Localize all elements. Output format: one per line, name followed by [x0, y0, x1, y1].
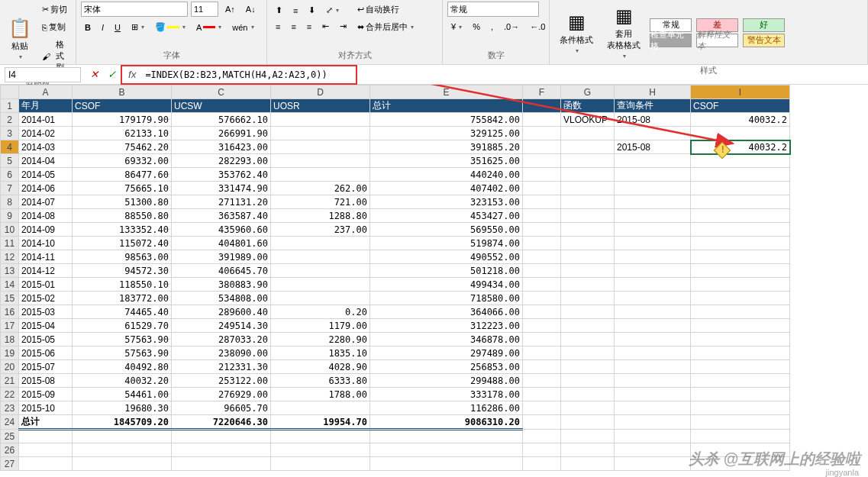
cell-A3[interactable]: 2014-02 [19, 127, 73, 140]
cell-I11[interactable] [691, 237, 790, 250]
col-header-G[interactable]: G [561, 85, 615, 99]
total-cell-D[interactable]: 19954.70 [271, 415, 370, 430]
cell-I22[interactable] [691, 388, 790, 401]
header-cell-B[interactable]: CSOF [73, 99, 172, 113]
cell-H24[interactable] [615, 415, 691, 430]
cell-D13[interactable] [271, 264, 370, 278]
cell-I7[interactable] [691, 182, 790, 195]
style-check[interactable]: 检查单元格 [650, 34, 692, 47]
row-header-2[interactable]: 2 [1, 113, 19, 127]
cell-G9[interactable] [561, 209, 615, 223]
cell-F27[interactable] [523, 457, 561, 471]
cell-H17[interactable] [615, 319, 691, 333]
cut-button[interactable]: ✂剪切 [38, 2, 71, 18]
cell-B27[interactable] [73, 457, 172, 471]
spreadsheet-grid[interactable]: ABCDEFGHI1年月CSOFUCSWUOSR总计函数查询条件CSOF2201… [0, 85, 868, 477]
cell-E3[interactable]: 329125.00 [370, 127, 523, 140]
header-cell-C[interactable]: UCSW [172, 99, 271, 113]
cell-F23[interactable] [523, 401, 561, 415]
cell-A22[interactable]: 2015-09 [19, 388, 73, 401]
header-cell-H[interactable]: 查询条件 [615, 99, 691, 113]
cell-A13[interactable]: 2014-12 [19, 264, 73, 278]
cell-I9[interactable] [691, 209, 790, 223]
wrap-text-button[interactable]: ↩自动换行 [353, 2, 418, 18]
cell-F25[interactable] [523, 430, 561, 443]
total-cell-C[interactable]: 7220646.30 [172, 415, 271, 430]
cell-I5[interactable] [691, 154, 790, 168]
select-all-corner[interactable] [1, 85, 19, 99]
col-header-F[interactable]: F [523, 85, 561, 99]
cell-G11[interactable] [561, 237, 615, 250]
cell-B22[interactable]: 54461.00 [73, 388, 172, 401]
conditional-format-button[interactable]: ▦ 条件格式 [554, 8, 599, 58]
header-cell-A[interactable]: 年月 [19, 99, 73, 113]
cell-E15[interactable]: 718580.00 [370, 292, 523, 305]
row-header-23[interactable]: 23 [1, 401, 19, 415]
cell-A20[interactable]: 2015-07 [19, 360, 73, 374]
cell-C7[interactable]: 331474.90 [172, 182, 271, 195]
cell-C25[interactable] [172, 430, 271, 443]
cell-D10[interactable]: 237.00 [271, 223, 370, 237]
cell-C10[interactable]: 435960.60 [172, 223, 271, 237]
cell-H8[interactable] [615, 195, 691, 209]
align-top-button[interactable]: ⬆ [272, 3, 286, 18]
cell-A19[interactable]: 2015-06 [19, 346, 73, 360]
cell-G10[interactable] [561, 223, 615, 237]
cell-D12[interactable] [271, 250, 370, 264]
cell-I19[interactable] [691, 346, 790, 360]
cell-B19[interactable]: 57563.90 [73, 346, 172, 360]
col-header-E[interactable]: E [370, 85, 523, 99]
cell-G4[interactable] [561, 140, 615, 154]
cell-C23[interactable]: 96605.70 [172, 401, 271, 415]
cell-F11[interactable] [523, 237, 561, 250]
cell-D15[interactable] [271, 292, 370, 305]
cell-D26[interactable] [271, 443, 370, 457]
cell-I20[interactable] [691, 360, 790, 374]
cell-A23[interactable]: 2015-10 [19, 401, 73, 415]
cell-G22[interactable] [561, 388, 615, 401]
row-header-17[interactable]: 17 [1, 319, 19, 333]
cell-E27[interactable] [370, 457, 523, 471]
cell-F17[interactable] [523, 319, 561, 333]
cell-H6[interactable] [615, 168, 691, 182]
cell-H5[interactable] [615, 154, 691, 168]
align-left-button[interactable]: ≡ [272, 20, 284, 34]
cell-D21[interactable]: 6333.80 [271, 374, 370, 388]
italic-button[interactable]: I [98, 21, 108, 34]
cell-A25[interactable] [19, 430, 73, 443]
cell-H20[interactable] [615, 360, 691, 374]
cell-A9[interactable]: 2014-08 [19, 209, 73, 223]
cell-I12[interactable] [691, 250, 790, 264]
cell-I18[interactable] [691, 333, 790, 346]
cell-B26[interactable] [73, 443, 172, 457]
cell-H27[interactable] [615, 457, 691, 471]
row-header-4[interactable]: 4 [1, 140, 19, 154]
cell-F15[interactable] [523, 292, 561, 305]
currency-button[interactable]: ¥ [447, 20, 466, 34]
cell-I4[interactable]: 40032.2 [691, 140, 790, 154]
cell-F6[interactable] [523, 168, 561, 182]
row-header-11[interactable]: 11 [1, 237, 19, 250]
bold-button[interactable]: B [81, 21, 95, 34]
cell-D3[interactable] [271, 127, 370, 140]
cell-I15[interactable] [691, 292, 790, 305]
cell-D4[interactable] [271, 140, 370, 154]
row-header-27[interactable]: 27 [1, 457, 19, 471]
cell-G5[interactable] [561, 154, 615, 168]
table-format-button[interactable]: ▦ 套用 表格格式 [602, 2, 646, 63]
cell-G14[interactable] [561, 278, 615, 292]
align-right-button[interactable]: ≡ [303, 20, 315, 34]
cell-B11[interactable]: 115072.40 [73, 237, 172, 250]
cell-G19[interactable] [561, 346, 615, 360]
cell-H9[interactable] [615, 209, 691, 223]
cell-D5[interactable] [271, 154, 370, 168]
cell-F26[interactable] [523, 443, 561, 457]
percent-button[interactable]: % [469, 20, 484, 34]
cell-G3[interactable] [561, 127, 615, 140]
cell-H15[interactable] [615, 292, 691, 305]
row-header-10[interactable]: 10 [1, 223, 19, 237]
cell-G21[interactable] [561, 374, 615, 388]
cell-F24[interactable] [523, 415, 561, 430]
row-header-13[interactable]: 13 [1, 264, 19, 278]
row-header-22[interactable]: 22 [1, 388, 19, 401]
